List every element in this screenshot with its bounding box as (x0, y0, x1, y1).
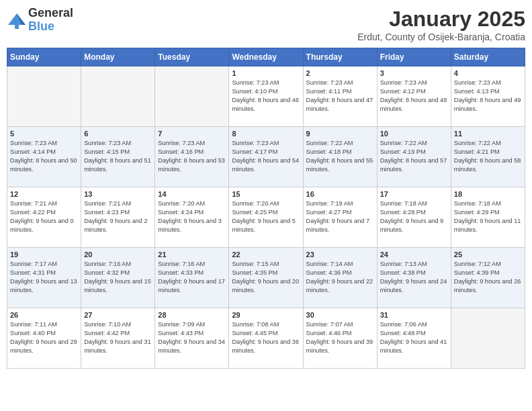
day-info: Sunrise: 7:23 AM Sunset: 4:12 PM Dayligh… (380, 79, 448, 113)
day-number: 27 (84, 311, 152, 319)
calendar-cell: 10Sunrise: 7:22 AM Sunset: 4:19 PM Dayli… (377, 127, 451, 187)
day-number: 28 (158, 311, 226, 319)
day-number: 31 (380, 311, 448, 319)
day-number: 24 (380, 250, 448, 259)
day-number: 12 (10, 190, 78, 198)
day-number: 5 (10, 130, 78, 138)
title-block: January 2025 Erdut, County of Osijek-Bar… (357, 7, 525, 42)
day-info: Sunrise: 7:15 AM Sunset: 4:35 PM Dayligh… (232, 260, 300, 295)
day-number: 13 (84, 190, 152, 198)
day-info: Sunrise: 7:18 AM Sunset: 4:28 PM Dayligh… (380, 199, 448, 234)
day-info: Sunrise: 7:16 AM Sunset: 4:32 PM Dayligh… (84, 260, 152, 295)
calendar-cell: 23Sunrise: 7:14 AM Sunset: 4:36 PM Dayli… (303, 248, 377, 308)
day-number: 11 (454, 130, 522, 138)
day-number: 6 (84, 130, 152, 138)
day-info: Sunrise: 7:19 AM Sunset: 4:27 PM Dayligh… (306, 199, 374, 234)
calendar-cell: 24Sunrise: 7:13 AM Sunset: 4:38 PM Dayli… (377, 248, 451, 308)
calendar-week-row: 12Sunrise: 7:21 AM Sunset: 4:22 PM Dayli… (7, 187, 525, 248)
day-info: Sunrise: 7:23 AM Sunset: 4:17 PM Dayligh… (232, 139, 300, 174)
day-number: 9 (306, 130, 374, 138)
weekday-header: Wednesday (229, 48, 303, 66)
calendar-cell: 27Sunrise: 7:10 AM Sunset: 4:42 PM Dayli… (81, 308, 155, 369)
day-number: 30 (306, 311, 374, 319)
calendar: SundayMondayTuesdayWednesdayThursdayFrid… (7, 48, 525, 369)
day-number: 4 (454, 69, 522, 77)
day-info: Sunrise: 7:23 AM Sunset: 4:11 PM Dayligh… (306, 79, 374, 113)
day-number: 3 (380, 69, 448, 77)
calendar-cell: 31Sunrise: 7:06 AM Sunset: 4:48 PM Dayli… (377, 308, 451, 369)
day-number: 20 (84, 250, 152, 259)
day-number: 17 (380, 190, 448, 198)
day-number: 2 (306, 69, 374, 77)
calendar-cell: 12Sunrise: 7:21 AM Sunset: 4:22 PM Dayli… (7, 187, 81, 248)
day-number: 1 (232, 69, 300, 77)
day-info: Sunrise: 7:12 AM Sunset: 4:39 PM Dayligh… (454, 260, 522, 295)
month-title: January 2025 (357, 7, 525, 32)
logo-text: General Blue (28, 7, 73, 34)
calendar-cell: 16Sunrise: 7:19 AM Sunset: 4:27 PM Dayli… (303, 187, 377, 248)
calendar-cell: 3Sunrise: 7:23 AM Sunset: 4:12 PM Daylig… (377, 66, 451, 127)
calendar-cell: 9Sunrise: 7:22 AM Sunset: 4:18 PM Daylig… (303, 127, 377, 187)
day-number: 18 (454, 190, 522, 198)
weekday-header: Tuesday (155, 48, 229, 66)
calendar-week-row: 5Sunrise: 7:23 AM Sunset: 4:14 PM Daylig… (7, 127, 525, 187)
day-info: Sunrise: 7:23 AM Sunset: 4:13 PM Dayligh… (454, 79, 522, 113)
calendar-cell: 29Sunrise: 7:08 AM Sunset: 4:45 PM Dayli… (229, 308, 303, 369)
day-number: 22 (232, 250, 300, 259)
calendar-cell: 25Sunrise: 7:12 AM Sunset: 4:39 PM Dayli… (451, 248, 525, 308)
day-number: 26 (10, 311, 78, 319)
calendar-cell: 19Sunrise: 7:17 AM Sunset: 4:31 PM Dayli… (7, 248, 81, 308)
calendar-cell: 22Sunrise: 7:15 AM Sunset: 4:35 PM Dayli… (229, 248, 303, 308)
calendar-cell: 8Sunrise: 7:23 AM Sunset: 4:17 PM Daylig… (229, 127, 303, 187)
calendar-cell: 1Sunrise: 7:23 AM Sunset: 4:10 PM Daylig… (229, 66, 303, 127)
calendar-cell (7, 66, 81, 127)
calendar-cell: 18Sunrise: 7:18 AM Sunset: 4:29 PM Dayli… (451, 187, 525, 248)
weekday-header-row: SundayMondayTuesdayWednesdayThursdayFrid… (7, 48, 525, 66)
day-info: Sunrise: 7:20 AM Sunset: 4:25 PM Dayligh… (232, 199, 300, 234)
calendar-cell (81, 66, 155, 127)
day-number: 25 (454, 250, 522, 259)
calendar-cell: 2Sunrise: 7:23 AM Sunset: 4:11 PM Daylig… (303, 66, 377, 127)
calendar-cell (155, 66, 229, 127)
calendar-cell (451, 308, 525, 369)
day-info: Sunrise: 7:11 AM Sunset: 4:40 PM Dayligh… (10, 320, 78, 355)
calendar-cell: 11Sunrise: 7:22 AM Sunset: 4:21 PM Dayli… (451, 127, 525, 187)
calendar-cell: 30Sunrise: 7:07 AM Sunset: 4:46 PM Dayli… (303, 308, 377, 369)
location-title: Erdut, County of Osijek-Baranja, Croatia (357, 32, 525, 42)
day-number: 23 (306, 250, 374, 259)
day-info: Sunrise: 7:16 AM Sunset: 4:33 PM Dayligh… (158, 260, 226, 295)
day-info: Sunrise: 7:21 AM Sunset: 4:23 PM Dayligh… (84, 199, 152, 234)
calendar-cell: 6Sunrise: 7:23 AM Sunset: 4:15 PM Daylig… (81, 127, 155, 187)
calendar-cell: 14Sunrise: 7:20 AM Sunset: 4:24 PM Dayli… (155, 187, 229, 248)
day-number: 10 (380, 130, 448, 138)
day-number: 21 (158, 250, 226, 259)
day-info: Sunrise: 7:09 AM Sunset: 4:43 PM Dayligh… (158, 320, 226, 355)
weekday-header: Friday (377, 48, 451, 66)
day-number: 19 (10, 250, 78, 259)
day-number: 7 (158, 130, 226, 138)
day-info: Sunrise: 7:22 AM Sunset: 4:19 PM Dayligh… (380, 139, 448, 174)
day-info: Sunrise: 7:23 AM Sunset: 4:16 PM Dayligh… (158, 139, 226, 174)
day-info: Sunrise: 7:23 AM Sunset: 4:14 PM Dayligh… (10, 139, 78, 174)
calendar-cell: 21Sunrise: 7:16 AM Sunset: 4:33 PM Dayli… (155, 248, 229, 308)
calendar-week-row: 1Sunrise: 7:23 AM Sunset: 4:10 PM Daylig… (7, 66, 525, 127)
day-info: Sunrise: 7:22 AM Sunset: 4:18 PM Dayligh… (306, 139, 374, 174)
day-info: Sunrise: 7:23 AM Sunset: 4:15 PM Dayligh… (84, 139, 152, 174)
calendar-cell: 5Sunrise: 7:23 AM Sunset: 4:14 PM Daylig… (7, 127, 81, 187)
logo-blue: Blue (28, 20, 73, 34)
weekday-header: Thursday (303, 48, 377, 66)
day-info: Sunrise: 7:20 AM Sunset: 4:24 PM Dayligh… (158, 199, 226, 234)
calendar-cell: 20Sunrise: 7:16 AM Sunset: 4:32 PM Dayli… (81, 248, 155, 308)
day-number: 15 (232, 190, 300, 198)
logo-general: General (28, 7, 73, 20)
day-info: Sunrise: 7:14 AM Sunset: 4:36 PM Dayligh… (306, 260, 374, 295)
weekday-header: Sunday (7, 48, 81, 66)
day-number: 29 (232, 311, 300, 319)
day-info: Sunrise: 7:08 AM Sunset: 4:45 PM Dayligh… (232, 320, 300, 355)
day-info: Sunrise: 7:06 AM Sunset: 4:48 PM Dayligh… (380, 320, 448, 355)
calendar-cell: 13Sunrise: 7:21 AM Sunset: 4:23 PM Dayli… (81, 187, 155, 248)
weekday-header: Saturday (451, 48, 525, 66)
day-info: Sunrise: 7:21 AM Sunset: 4:22 PM Dayligh… (10, 199, 78, 234)
weekday-header: Monday (81, 48, 155, 66)
calendar-cell: 17Sunrise: 7:18 AM Sunset: 4:28 PM Dayli… (377, 187, 451, 248)
